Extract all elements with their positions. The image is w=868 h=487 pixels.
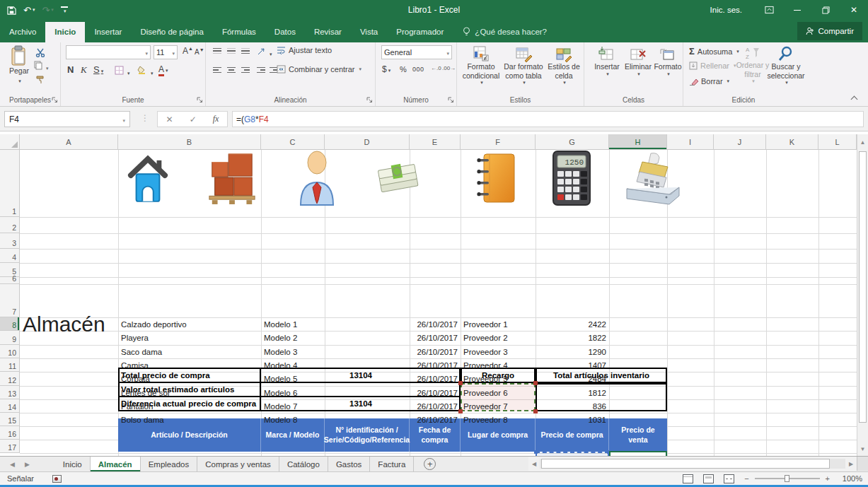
copy-icon[interactable] (34, 61, 49, 71)
new-sheet-button[interactable] (424, 458, 436, 470)
cell-lugar[interactable]: Proveedor 6 (461, 386, 536, 399)
macro-record-icon[interactable] (52, 475, 62, 483)
sign-in-link[interactable]: Inic. ses. (698, 6, 755, 14)
col-header-precio-venta[interactable]: Precio de venta (609, 418, 667, 452)
sheet-tab-inicio[interactable]: Inicio (55, 457, 91, 471)
confirm-entry-icon[interactable]: ✓ (190, 115, 197, 124)
fill-color-icon[interactable] (137, 66, 154, 76)
zoom-slider[interactable] (755, 478, 820, 479)
zoom-out-icon[interactable]: − (744, 474, 748, 483)
cell-marca[interactable]: Modelo 7 (261, 399, 325, 413)
column-header-d[interactable]: D (325, 134, 410, 150)
cell-lugar[interactable]: Proveedor 7 (461, 399, 536, 413)
sheet-tab-almacen[interactable]: Almacén (91, 457, 141, 471)
delete-cells-button[interactable]: Eliminar (624, 45, 652, 77)
column-header-c[interactable]: C (261, 134, 325, 150)
percent-format-icon[interactable]: % (400, 65, 407, 74)
view-page-break-icon[interactable] (724, 474, 734, 483)
vertical-scrollbar[interactable]: ▲ ▼ (857, 134, 868, 456)
cut-icon[interactable] (35, 48, 45, 57)
tab-vista[interactable]: Vista (351, 22, 387, 42)
cell-lugar[interactable]: Proveedor 4 (461, 358, 536, 372)
cell-fecha[interactable]: 26/10/2017 (410, 386, 461, 399)
bold-button[interactable]: N (67, 64, 74, 75)
column-header-j[interactable]: J (714, 134, 766, 150)
cell-precio[interactable]: 1031 (536, 413, 609, 426)
fill-button[interactable]: Rellenar (689, 61, 736, 70)
cell-articulo[interactable]: Lentes de sol (118, 386, 261, 399)
restore-button[interactable] (811, 0, 840, 20)
warehouse-boxes-icon[interactable] (207, 150, 257, 206)
cell-fecha[interactable]: 26/10/2017 (410, 413, 461, 426)
sheet-tab-empleados[interactable]: Empleados (141, 457, 198, 471)
scroll-right-icon[interactable]: ▶ (845, 461, 857, 467)
cancel-entry-icon[interactable]: ✕ (166, 115, 173, 124)
cell-a1-title[interactable]: Almacén (23, 312, 105, 336)
increase-decimal-icon[interactable]: ←.0 (431, 65, 441, 71)
cell-articulo[interactable]: Calzado deportivo (118, 317, 261, 331)
row-header-1[interactable]: 1 (0, 150, 20, 217)
zoom-level[interactable]: 100% (840, 474, 862, 483)
row-header-12[interactable]: 12 (0, 372, 20, 386)
borders-icon[interactable] (115, 66, 130, 76)
cell-lugar[interactable]: Proveedor 2 (461, 331, 536, 345)
tab-archivo[interactable]: Archivo (0, 22, 45, 42)
money-icon[interactable] (376, 159, 420, 199)
find-select-button[interactable]: Buscar y seleccionar (768, 45, 804, 86)
autosum-button[interactable]: Σ Autosuma (689, 46, 739, 57)
collapse-ribbon-icon[interactable] (852, 95, 857, 103)
orientation-icon[interactable] (257, 47, 272, 57)
font-color-icon[interactable]: A (158, 64, 168, 74)
tab-programador[interactable]: Programador (387, 22, 453, 42)
name-box[interactable]: F4 (4, 111, 130, 127)
cell-identificacion[interactable] (325, 386, 410, 399)
cell-identificacion[interactable] (325, 372, 410, 386)
cell-marca[interactable]: Modelo 3 (261, 345, 325, 358)
underline-button[interactable]: S (93, 64, 103, 75)
column-header-a[interactable]: A (20, 134, 118, 150)
redo-button[interactable]: ↷ (42, 5, 53, 16)
horizontal-scrollbar[interactable]: ◀ ▶ (528, 457, 857, 471)
minimize-button[interactable] (783, 0, 811, 20)
zoom-slider-handle[interactable] (785, 475, 789, 482)
formula-input[interactable]: =(G8*F4 (232, 111, 864, 127)
sheet-tab-catalogo[interactable]: Catálogo (279, 457, 328, 471)
tab-formulas[interactable]: Fórmulas (213, 22, 265, 42)
paste-button[interactable]: Pegar (6, 45, 33, 84)
number-format-combo[interactable]: General (381, 45, 452, 59)
scroll-left-icon[interactable]: ◀ (528, 461, 540, 467)
tab-insertar[interactable]: Insertar (85, 22, 131, 42)
format-as-table-button[interactable]: Dar formato como tabla (502, 45, 545, 86)
cell-identificacion[interactable] (325, 413, 410, 426)
font-size-combo[interactable]: 11 (154, 45, 178, 59)
align-top-icon[interactable] (213, 47, 221, 55)
row-header-2[interactable]: 2 (0, 217, 20, 233)
scroll-down-icon[interactable]: ▼ (857, 442, 868, 455)
cell-identificacion[interactable] (325, 331, 410, 345)
column-header-i[interactable]: I (667, 134, 714, 150)
column-header-f[interactable]: F (461, 134, 536, 150)
clear-button[interactable]: Borrar (689, 77, 729, 86)
person-icon[interactable] (297, 150, 337, 206)
cell-fecha[interactable]: 26/10/2017 (410, 331, 461, 345)
scroll-up-icon[interactable]: ▲ (857, 136, 868, 148)
row-header-17[interactable]: 17 (0, 440, 20, 453)
merge-center-button[interactable]: Combinar y centrar (277, 65, 361, 74)
sheet-tab-factura[interactable]: Factura (370, 457, 414, 471)
cell-fecha[interactable]: 26/10/2017 (410, 345, 461, 358)
horizontal-scroll-thumb[interactable] (541, 459, 830, 469)
cell-precio[interactable]: 1812 (536, 386, 609, 399)
cell-marca[interactable]: Modelo 2 (261, 331, 325, 345)
close-button[interactable]: ✕ (840, 0, 868, 20)
zoom-in-icon[interactable]: + (826, 474, 830, 483)
sheet-nav-left-icon[interactable]: ◀ (10, 461, 15, 468)
cell-precio[interactable]: 836 (536, 399, 609, 413)
column-header-g[interactable]: G (536, 134, 609, 150)
column-header-h[interactable]: H (609, 134, 667, 150)
cell-lugar[interactable]: Proveedor 1 (461, 317, 536, 331)
select-all-corner[interactable] (0, 134, 20, 150)
insert-cells-button[interactable]: Insertar (593, 45, 621, 77)
ribbon-display-options-icon[interactable] (755, 0, 783, 20)
cell-precio[interactable]: 2422 (536, 317, 609, 331)
cell-fecha[interactable]: 26/10/2017 (410, 372, 461, 386)
